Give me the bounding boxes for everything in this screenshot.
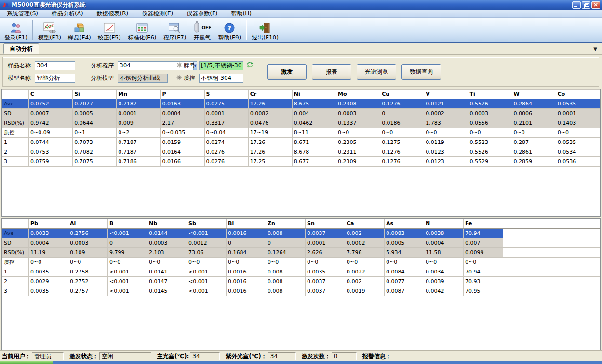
cell[interactable]: 9.799 [108, 248, 147, 258]
cell[interactable]: 0.0016 [227, 229, 266, 238]
cell[interactable]: 0.0037 [306, 277, 345, 286]
cell[interactable]: <0.001 [108, 286, 147, 296]
cell[interactable]: 0.007 [464, 238, 503, 248]
cell[interactable]: <0.001 [108, 229, 147, 238]
cell[interactable]: 8.677 [292, 157, 336, 167]
cell[interactable]: 0.0003 [147, 238, 187, 248]
row-label[interactable]: 3 [2, 286, 29, 296]
help-button[interactable]: ? 帮助(F9) [214, 18, 244, 42]
cell[interactable]: 0.0006 [512, 109, 556, 118]
restore-button[interactable] [582, 1, 590, 9]
cell[interactable]: <0.001 [108, 277, 147, 286]
cell[interactable]: 0.0004 [161, 109, 204, 118]
cell[interactable]: 0.2757 [68, 286, 108, 296]
cell[interactable]: 7.796 [345, 248, 385, 258]
column-header[interactable]: Fe [464, 219, 503, 229]
cell[interactable]: 0.0002 [345, 238, 385, 248]
cell[interactable] [503, 286, 600, 296]
cell[interactable]: 0.7186 [117, 157, 161, 167]
cell[interactable]: 0.0019 [345, 286, 385, 296]
cell[interactable]: 0.0077 [385, 277, 424, 286]
cell[interactable]: 0.0144 [147, 229, 187, 238]
calibrate-button[interactable]: 校正(F5) [94, 18, 124, 42]
cell[interactable]: 8.678 [292, 147, 336, 157]
cell[interactable]: 0.0007 [29, 109, 73, 118]
cell[interactable]: 0.5526 [468, 147, 512, 157]
cell[interactable]: 0.0037 [306, 286, 345, 296]
column-header[interactable]: B [108, 219, 147, 229]
cell[interactable]: 0.0462 [292, 118, 336, 128]
cell[interactable]: 0.0753 [29, 147, 73, 157]
cell[interactable]: 2.17 [161, 118, 204, 128]
cell[interactable]: 0.0001 [306, 238, 345, 248]
cell[interactable]: 0.0016 [227, 286, 266, 296]
sample-name-input[interactable] [35, 61, 75, 70]
cell[interactable]: 0~0 [512, 128, 556, 138]
cell[interactable]: 0.0037 [306, 229, 345, 238]
cell[interactable]: 0~0 [108, 258, 147, 267]
cell[interactable]: 0.0033 [29, 229, 68, 238]
cell[interactable]: 0.2861 [512, 147, 556, 157]
cell[interactable]: 0.7187 [117, 138, 161, 147]
menu-instrument-params[interactable]: 仪器参数(F) [180, 10, 224, 18]
cell[interactable]: 17.26 [248, 99, 292, 109]
cell[interactable]: 0.0016 [227, 267, 266, 277]
cell[interactable]: 0.0536 [556, 157, 600, 167]
cell[interactable]: 0.0001 [117, 109, 161, 118]
cell[interactable]: 0.0084 [385, 267, 424, 277]
row-label[interactable]: RSD(%) [2, 248, 29, 258]
cell[interactable]: 0.1275 [380, 138, 424, 147]
tab-auto-analysis[interactable]: 自动分析 [3, 43, 39, 54]
cell[interactable]: 0.0029 [29, 277, 68, 286]
cell[interactable]: 17~19 [248, 128, 292, 138]
analysis-program-combo[interactable]: ▼ [118, 61, 168, 70]
cell[interactable]: 73.06 [187, 248, 227, 258]
cell[interactable] [503, 238, 600, 248]
cell[interactable]: 0.0163 [161, 99, 204, 109]
cell[interactable]: 0.2864 [512, 99, 556, 109]
cell[interactable]: 0.5529 [468, 157, 512, 167]
cell[interactable]: 0.2308 [336, 99, 380, 109]
exit-button[interactable]: 退出(F10) [248, 18, 282, 42]
row-label[interactable]: 质控 [2, 258, 29, 267]
cell[interactable]: 0.7187 [117, 147, 161, 157]
column-header[interactable]: P [161, 90, 204, 99]
column-header[interactable]: As [385, 219, 424, 229]
tab-list-dropdown-icon[interactable]: ▼ [593, 46, 597, 52]
cell[interactable]: 0~0 [468, 128, 512, 138]
column-header[interactable] [2, 90, 29, 99]
cell[interactable]: 0~0 [380, 128, 424, 138]
cell[interactable]: 8.675 [292, 99, 336, 109]
cell[interactable]: 0.0644 [73, 118, 117, 128]
cell[interactable]: 0.1264 [266, 248, 306, 258]
cell[interactable]: 0.2311 [336, 147, 380, 157]
cell[interactable]: 0.009 [117, 118, 161, 128]
excite-button[interactable]: 激发 [267, 64, 307, 80]
cell[interactable]: 0.5523 [468, 138, 512, 147]
row-label[interactable]: 质控 [2, 128, 29, 138]
row-label[interactable]: 2 [2, 277, 29, 286]
column-header[interactable]: V [424, 90, 468, 99]
cell[interactable]: 0~2 [117, 128, 161, 138]
row-label[interactable]: Ave [2, 229, 29, 238]
cell[interactable]: 0.7075 [73, 157, 117, 167]
column-header[interactable]: Nb [147, 219, 187, 229]
cell[interactable] [503, 277, 600, 286]
menu-system[interactable]: 系统管理(S) [0, 10, 45, 18]
cell[interactable]: <0.001 [187, 286, 227, 296]
column-header[interactable] [503, 219, 600, 229]
cell[interactable]: 0.0121 [424, 99, 468, 109]
cell[interactable]: 0.287 [512, 138, 556, 147]
cell[interactable] [503, 248, 600, 258]
cell[interactable]: 1.783 [424, 118, 468, 128]
cell[interactable]: 0.7073 [73, 138, 117, 147]
cell[interactable]: 0.0476 [248, 118, 292, 128]
cell[interactable]: 0~0.035 [161, 128, 204, 138]
cell[interactable]: 0.0004 [424, 238, 464, 248]
cell[interactable]: 0.0186 [380, 118, 424, 128]
cell[interactable]: 0.9742 [29, 118, 73, 128]
cell[interactable]: 0.0001 [556, 109, 600, 118]
cell[interactable]: 0.7187 [117, 99, 161, 109]
column-header[interactable] [2, 219, 29, 229]
column-header[interactable]: Ca [345, 219, 385, 229]
